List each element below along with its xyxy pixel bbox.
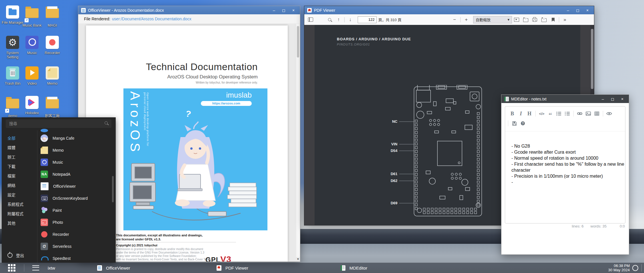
minimize-button[interactable]: – [270, 7, 278, 13]
category-system[interactable]: 系統程式 [7, 201, 23, 207]
ordered-list-icon[interactable] [563, 110, 572, 118]
maximize-button[interactable]: ◻ [573, 7, 582, 13]
menu-button[interactable] [32, 265, 39, 270]
app-grid-button[interactable] [8, 264, 15, 272]
record-dot-icon [46, 36, 59, 49]
download-button[interactable] [540, 16, 548, 23]
taskbar-item-mdeditor[interactable]: MDEditor [341, 263, 367, 273]
doc-subtitle: ArozOS Cloud Desktop Operating System [146, 74, 258, 80]
code-icon[interactable]: </> [537, 110, 546, 118]
document-scrollbar[interactable] [296, 24, 300, 257]
presentation-mode-button[interactable] [513, 16, 521, 23]
save-icon[interactable] [510, 119, 519, 127]
next-page-button[interactable]: ↓ [346, 16, 354, 23]
app-item-memo[interactable]: Memo [41, 145, 110, 155]
table-icon[interactable] [593, 110, 601, 118]
app-item-officeviewer[interactable]: OfficeViewer [41, 181, 110, 191]
minimize-button[interactable]: – [599, 96, 607, 102]
license-line: This documentation, except all illustrat… [116, 234, 203, 237]
file-path-link[interactable]: user:/Document/Arozos Documentation.docx [112, 17, 191, 21]
pdf-viewer-titlebar[interactable]: PDF Viewer – ◻ × [304, 6, 594, 14]
app-item-music[interactable]: Music [41, 157, 110, 167]
previous-page-button[interactable]: ↑ [335, 16, 343, 23]
pdf-icon [217, 265, 221, 271]
menu-scrollbar-thumb[interactable] [112, 176, 114, 202]
sticky-note-icon [41, 147, 48, 154]
scrollbar-thumb[interactable] [297, 26, 299, 58]
close-button[interactable]: × [618, 96, 627, 102]
zoom-select-value: 自動縮放 [476, 17, 491, 22]
text-line: - Precision is in 1/100mm (or 10 micro m… [511, 173, 626, 179]
search-input[interactable] [6, 119, 111, 128]
category-network[interactable]: 網絡 [7, 182, 15, 188]
officeviewer-titlebar[interactable]: OfficeViewer - Arozos Documentation.docx… [78, 6, 300, 14]
zoom-select[interactable]: 自動縮放 ▾ [473, 16, 512, 23]
license-line: are licensed under GFDL v1.3. [116, 238, 161, 241]
maximize-button[interactable]: ◻ [279, 7, 288, 13]
bookmark-button[interactable] [549, 16, 557, 23]
taskbar-clock[interactable]: 06:38 PM 30 May 2024 [608, 263, 630, 273]
more-tools-button[interactable]: » [561, 16, 569, 23]
image-icon[interactable] [584, 110, 593, 118]
scrollbar-thumb[interactable] [591, 29, 593, 89]
markdown-text-area[interactable]: - No G28 - Gcode rewrite after Cura exor… [511, 143, 626, 185]
app-item-notepada[interactable]: NotepadA [41, 169, 110, 179]
category-office[interactable]: 辦工 [7, 154, 15, 160]
link-icon[interactable] [575, 110, 584, 118]
search-button[interactable] [325, 16, 333, 23]
category-accessories[interactable]: 附屬程式 [7, 211, 23, 216]
page-number-input[interactable] [358, 16, 377, 23]
arduino-due-pinout-diagram: NC VIN D54 D61 D62 D69 [380, 85, 486, 222]
desktop-icon-recorder[interactable]: Recorder [40, 36, 64, 55]
app-item-manga-cafe[interactable]: Manga Cafe [41, 133, 110, 143]
license-body: under the terms of the GNU Free Document… [116, 251, 204, 254]
mdeditor-titlebar[interactable]: MDEditor - notes.txt – ◻ × [501, 95, 629, 103]
document-page: Technical Documentation ArozOS Cloud Des… [86, 25, 288, 262]
serverless-sigma-icon: σ [41, 243, 48, 250]
pdf-icon [307, 8, 312, 13]
category-settings[interactable]: 設定 [7, 192, 15, 197]
close-button[interactable]: × [289, 7, 298, 13]
desktop-icon-magi[interactable]: MAGI [40, 5, 64, 27]
app-item-serverless[interactable]: σ Serverless [41, 241, 110, 252]
license-body: Permission is granted to copy, distribut… [116, 248, 203, 251]
cursor-position: 0:0 [620, 224, 625, 228]
show-desktop-divider [641, 264, 642, 272]
app-item-photo[interactable]: Photo [41, 217, 110, 228]
category-all[interactable]: 全部 [7, 135, 15, 141]
zoom-out-button[interactable]: − [451, 16, 459, 23]
category-media[interactable]: 媒體 [7, 145, 15, 150]
app-item-onscreenkeyboard[interactable]: OnScreenKeyboard [41, 193, 110, 203]
window-title: PDF Viewer [314, 8, 335, 13]
close-button[interactable]: × [583, 7, 592, 13]
zoom-in-button[interactable]: + [462, 16, 470, 23]
app-item-recorder[interactable]: Recorder [41, 229, 110, 240]
unordered-list-icon[interactable] [555, 110, 563, 118]
bold-icon[interactable]: B [508, 110, 517, 118]
category-others[interactable]: 其他 [7, 220, 15, 226]
quote-icon[interactable]: “ [546, 108, 555, 119]
minimize-button[interactable]: – [564, 7, 572, 13]
category-files[interactable]: 檔案 [7, 173, 15, 179]
app-item-paint[interactable]: Paint [41, 205, 110, 215]
print-button[interactable] [531, 16, 539, 23]
app-item-clipped[interactable] [41, 128, 110, 133]
preview-eye-icon[interactable] [605, 110, 613, 118]
status-circle-icon[interactable] [632, 265, 638, 271]
desktop-icon-maker-factory[interactable]: 創客工廠 [40, 96, 64, 118]
open-file-button[interactable] [522, 16, 530, 23]
divider [116, 242, 236, 242]
heading-icon[interactable]: H [525, 110, 534, 118]
maximize-button[interactable]: ◻ [608, 96, 617, 102]
app-item-speedtest[interactable]: Speedtest [41, 253, 110, 264]
sidebar-toggle-button[interactable] [307, 16, 315, 23]
username-label: ixtw [48, 266, 55, 270]
help-icon[interactable]: ? [519, 119, 527, 127]
logout-button[interactable]: 登出 [7, 252, 24, 258]
taskbar-item-officeviewer[interactable]: OfficeViewer [97, 263, 130, 273]
category-download[interactable]: 下載 [7, 163, 15, 169]
italic-icon[interactable]: I [517, 110, 525, 118]
desktop-icon-memo[interactable]: Memo [40, 66, 64, 86]
taskbar-item-pdf-viewer[interactable]: PDF Viewer [217, 263, 248, 273]
scroll-down-chevron[interactable]: ▾ [296, 257, 300, 262]
